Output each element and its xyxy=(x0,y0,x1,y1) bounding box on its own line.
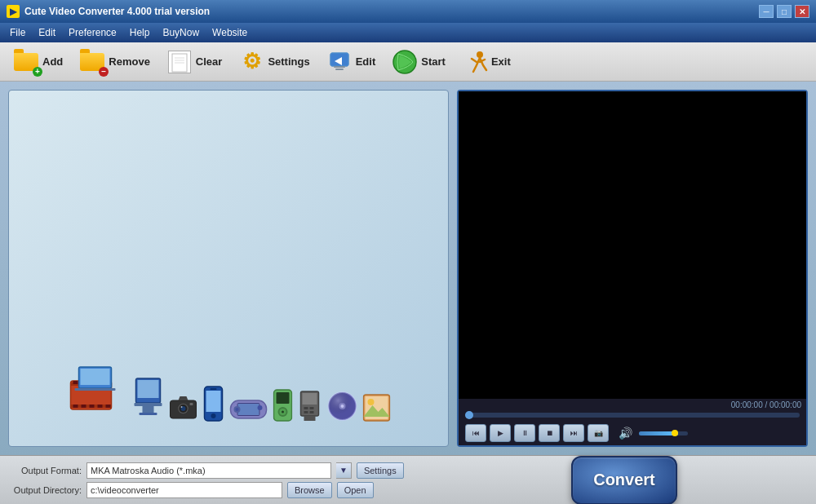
settings-label: Settings xyxy=(268,55,309,68)
volume-thumb xyxy=(672,430,678,436)
convert-section: Convert xyxy=(441,456,808,505)
remove-button[interactable]: − Remove xyxy=(73,46,157,78)
start-button[interactable]: Start xyxy=(385,46,452,78)
video-progress-bar[interactable] xyxy=(459,411,806,421)
svg-rect-21 xyxy=(90,405,95,408)
format-section: Output Format: ▼ Settings Output Directo… xyxy=(8,462,432,498)
svg-rect-31 xyxy=(140,413,157,415)
audio-icon xyxy=(298,391,322,422)
svg-point-47 xyxy=(236,408,239,411)
toolbar: + Add − Remove Clear ⚙ S xyxy=(0,42,816,82)
svg-rect-54 xyxy=(303,393,317,405)
svg-rect-30 xyxy=(143,406,154,413)
exit-button[interactable]: Exit xyxy=(455,46,517,78)
svg-rect-56 xyxy=(310,407,314,409)
video-player-panel: 00:00:00 / 00:00:00 ⏮ ▶ ⏸ ⏹ ⏭ 📷 🔊 xyxy=(457,90,808,447)
svg-rect-37 xyxy=(190,403,193,405)
menu-preference[interactable]: Preference xyxy=(62,25,123,40)
mobile-icon xyxy=(203,386,224,422)
dvd-icon xyxy=(327,391,358,422)
svg-rect-8 xyxy=(335,69,344,70)
media-panel xyxy=(8,90,449,447)
open-button[interactable]: Open xyxy=(337,482,374,498)
menu-website[interactable]: Website xyxy=(206,25,254,40)
clear-button[interactable]: Clear xyxy=(160,46,229,78)
exit-label: Exit xyxy=(491,55,511,68)
volume-icon: 🔊 xyxy=(619,427,632,440)
svg-point-36 xyxy=(181,406,183,408)
bottom-bar: Output Format: ▼ Settings Output Directo… xyxy=(0,455,816,504)
play-button[interactable]: ▶ xyxy=(490,424,511,442)
svg-rect-29 xyxy=(135,403,162,406)
media-icons-group xyxy=(67,360,391,422)
svg-point-66 xyxy=(368,399,375,405)
skip-forward-button[interactable]: ⏭ xyxy=(563,424,584,442)
video-time-display: 00:00:00 / 00:00:00 xyxy=(459,399,806,411)
add-icon: + xyxy=(13,49,39,75)
add-button[interactable]: + Add xyxy=(7,46,69,78)
svg-rect-44 xyxy=(238,404,259,415)
progress-track xyxy=(465,413,800,418)
svg-rect-28 xyxy=(138,380,159,398)
menubar: File Edit Preference Help BuyNow Website xyxy=(0,23,816,42)
app-title: Cute Video Converter 4.000 trial version xyxy=(24,6,759,17)
snapshot-button[interactable]: 📷 xyxy=(588,424,609,442)
convert-button[interactable]: Convert xyxy=(571,456,677,505)
ipod-icon xyxy=(273,389,293,422)
edit-label: Edit xyxy=(356,55,376,68)
remove-label: Remove xyxy=(109,55,150,68)
menu-buynow[interactable]: BuyNow xyxy=(156,25,206,40)
format-settings-button[interactable]: Settings xyxy=(357,462,404,479)
edit-button[interactable]: Edit xyxy=(320,46,383,78)
directory-row: Output Directory: Browse Open xyxy=(8,482,432,498)
svg-rect-26 xyxy=(75,388,116,391)
main-content: 00:00:00 / 00:00:00 ⏮ ▶ ⏸ ⏹ ⏭ 📷 🔊 xyxy=(0,82,816,455)
window-controls: ─ □ ✕ xyxy=(759,5,809,18)
svg-rect-49 xyxy=(277,392,290,404)
film-icon xyxy=(67,360,128,422)
start-label: Start xyxy=(421,55,446,68)
minimize-button[interactable]: ─ xyxy=(759,5,774,18)
edit-icon xyxy=(326,49,353,75)
add-label: Add xyxy=(42,55,63,68)
browse-button[interactable]: Browse xyxy=(287,482,332,498)
photo-icon xyxy=(363,394,391,422)
svg-rect-14 xyxy=(73,381,78,384)
format-row: Output Format: ▼ Settings xyxy=(8,462,432,479)
titlebar: ▶ Cute Video Converter 4.000 trial versi… xyxy=(0,0,816,23)
exit-icon xyxy=(462,49,488,75)
svg-rect-19 xyxy=(73,405,78,408)
skip-back-button[interactable]: ⏮ xyxy=(465,424,486,442)
menu-help[interactable]: Help xyxy=(123,25,157,40)
close-button[interactable]: ✕ xyxy=(795,5,809,18)
volume-slider[interactable] xyxy=(639,431,688,435)
svg-rect-58 xyxy=(310,411,314,413)
format-dropdown-arrow[interactable]: ▼ xyxy=(336,462,352,479)
psp-icon xyxy=(229,397,268,422)
directory-input[interactable] xyxy=(86,482,282,498)
minus-icon: − xyxy=(99,67,109,77)
svg-rect-41 xyxy=(211,388,217,390)
app-icon: ▶ xyxy=(7,5,20,18)
svg-point-63 xyxy=(341,405,344,408)
video-controls: ⏮ ▶ ⏸ ⏹ ⏭ 📷 🔊 xyxy=(459,421,806,445)
camera-icon xyxy=(169,392,198,422)
remove-icon: − xyxy=(79,49,105,75)
svg-rect-20 xyxy=(82,405,86,408)
clear-icon xyxy=(166,49,193,75)
format-input[interactable] xyxy=(86,462,331,479)
svg-point-45 xyxy=(258,405,263,410)
clear-label: Clear xyxy=(196,55,223,68)
settings-button[interactable]: ⚙ Settings xyxy=(232,46,316,78)
svg-rect-39 xyxy=(206,391,221,412)
pause-button[interactable]: ⏸ xyxy=(514,424,535,442)
svg-rect-22 xyxy=(98,405,103,408)
menu-edit[interactable]: Edit xyxy=(32,25,62,40)
maximize-button[interactable]: □ xyxy=(777,5,792,18)
format-label: Output Format: xyxy=(8,466,82,475)
video-screen xyxy=(459,91,806,399)
menu-file[interactable]: File xyxy=(3,25,32,40)
stop-button[interactable]: ⏹ xyxy=(539,424,560,442)
plus-icon: + xyxy=(33,67,42,77)
svg-rect-55 xyxy=(304,407,308,409)
